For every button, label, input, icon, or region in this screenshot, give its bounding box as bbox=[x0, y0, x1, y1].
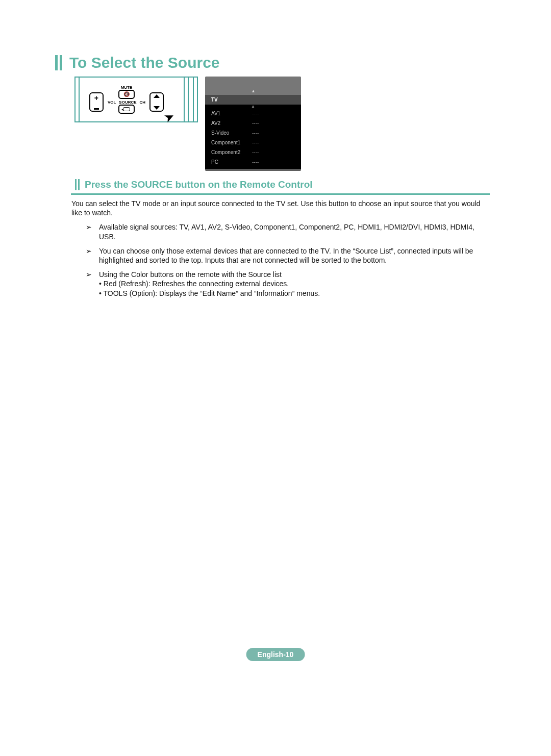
subheading-underline bbox=[71, 193, 490, 195]
bullet-lead: Using the Color buttons on the remote wi… bbox=[99, 270, 485, 279]
cursor-icon: ➤ bbox=[162, 109, 177, 126]
page-title: To Select the Source bbox=[69, 54, 220, 71]
bullet-item: ➢ Using the Color buttons on the remote … bbox=[86, 270, 485, 298]
bullet-item: ➢ You can choose only those external dev… bbox=[86, 246, 485, 265]
source-list-osd: ▲ TV ▲ AV1 ---- AV2 ---- S-Video ---- Co… bbox=[205, 77, 301, 171]
source-button bbox=[118, 105, 135, 114]
vol-label: VOL bbox=[108, 100, 116, 105]
source-row: AV2 ---- bbox=[205, 118, 301, 128]
source-row: AV1 ---- bbox=[205, 109, 301, 118]
bullet-text: You can choose only those external devic… bbox=[99, 246, 485, 265]
source-row: Component2 ---- bbox=[205, 147, 301, 157]
source-name: Component2 bbox=[211, 149, 252, 155]
scroll-mid-icon: ▲ bbox=[205, 105, 301, 109]
scroll-up-icon: ▲ bbox=[205, 77, 301, 93]
channel-rocker bbox=[149, 92, 164, 112]
subheading-row: Press the SOURCE button on the Remote Co… bbox=[75, 179, 490, 195]
volume-rocker: + bbox=[89, 92, 104, 112]
page-number-badge: English-10 bbox=[246, 648, 305, 661]
source-value: ---- bbox=[252, 111, 259, 116]
source-name: S-Video bbox=[211, 130, 252, 136]
source-name: PC bbox=[211, 159, 252, 165]
source-value: ---- bbox=[252, 120, 259, 126]
source-name: Component1 bbox=[211, 140, 252, 145]
bullet-arrow-icon: ➢ bbox=[86, 246, 93, 265]
chevron-up-icon bbox=[154, 94, 160, 98]
minus-icon bbox=[94, 108, 99, 110]
bullet-arrow-icon: ➢ bbox=[86, 270, 93, 298]
source-name: AV1 bbox=[211, 111, 252, 116]
source-value: ---- bbox=[252, 140, 259, 145]
sub-bullet: • Red (Refresh): Refreshes the connectin… bbox=[99, 279, 485, 288]
ch-column bbox=[149, 87, 164, 112]
vol-column: + bbox=[89, 87, 104, 112]
source-name: TV bbox=[211, 97, 252, 103]
source-label: SOURCE bbox=[119, 100, 136, 105]
page: To Select the Source + MUTE 🔇 VOL SOUR bbox=[0, 0, 551, 756]
plus-icon: + bbox=[94, 94, 98, 102]
bullet-text: Available signal sources: TV, AV1, AV2, … bbox=[99, 222, 485, 241]
subheading: Press the SOURCE button on the Remote Co… bbox=[85, 179, 313, 190]
middle-column: MUTE 🔇 VOL SOURCE CH bbox=[108, 85, 145, 114]
intro-paragraph: You can select the TV mode or an input s… bbox=[71, 199, 485, 217]
source-value: ---- bbox=[252, 149, 259, 155]
osd-footer: Refresh TOOLS Option bbox=[205, 169, 301, 171]
page-title-row: To Select the Source bbox=[55, 54, 220, 71]
source-row: PC ---- bbox=[205, 157, 301, 167]
sub-bullet: • TOOLS (Option): Displays the “Edit Nam… bbox=[99, 289, 485, 298]
bullet-item: ➢ Available signal sources: TV, AV1, AV2… bbox=[86, 222, 485, 241]
ch-label: CH bbox=[140, 100, 146, 105]
bullet-arrow-icon: ➢ bbox=[86, 222, 93, 241]
mute-label: MUTE bbox=[121, 85, 133, 90]
mute-icon: 🔇 bbox=[123, 92, 130, 97]
source-value: ---- bbox=[252, 130, 259, 136]
remote-center: + MUTE 🔇 VOL SOURCE CH bbox=[93, 81, 160, 118]
source-value: ---- bbox=[252, 159, 259, 165]
title-accent-bars bbox=[55, 55, 62, 70]
source-name: AV2 bbox=[211, 120, 252, 126]
chevron-down-icon bbox=[154, 106, 160, 110]
source-row: S-Video ---- bbox=[205, 128, 301, 138]
source-row-tv: TV bbox=[205, 95, 301, 105]
body-text: You can select the TV mode or an input s… bbox=[71, 199, 485, 303]
osd-header: ▲ bbox=[205, 77, 301, 95]
bullet-block: Using the Color buttons on the remote wi… bbox=[99, 270, 485, 298]
mute-button: 🔇 bbox=[118, 90, 135, 99]
subheading-accent-bars bbox=[75, 179, 80, 190]
source-row: Component1 ---- bbox=[205, 138, 301, 147]
remote-diagram: + MUTE 🔇 VOL SOURCE CH bbox=[74, 77, 198, 122]
source-icon bbox=[123, 107, 130, 111]
